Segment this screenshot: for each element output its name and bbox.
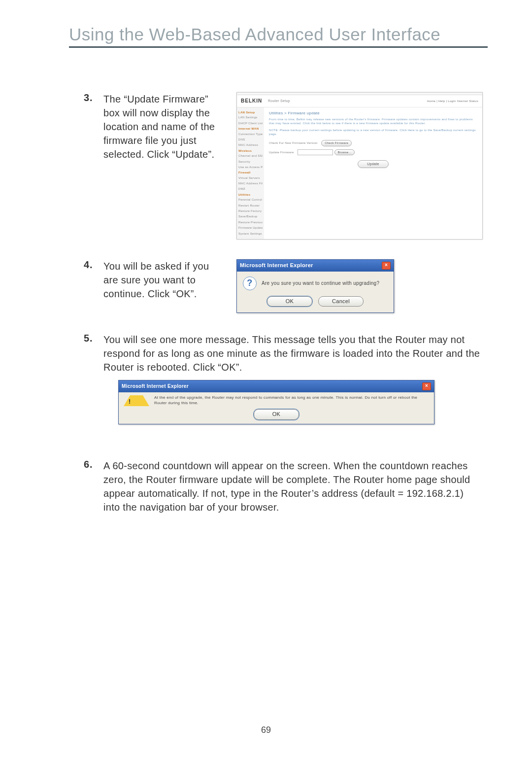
sidebar-item[interactable]: DNS	[238, 138, 263, 141]
belkin-main: Utilities > Firmware update From time to…	[264, 107, 482, 239]
belkin-logo: BELKIN	[241, 98, 268, 104]
belkin-sidebar: LAN Setup LAN Settings DHCP Client List …	[237, 107, 264, 239]
firmware-path-input[interactable]	[298, 149, 333, 155]
sidebar-item[interactable]: Restore Factory	[238, 209, 263, 213]
step-number: 6.	[84, 459, 103, 470]
belkin-section-title: Utilities > Firmware update	[269, 110, 477, 116]
step-5: 5. You will see one more message. This m…	[84, 333, 483, 439]
document-page: Using the Web-Based Advanced User Interf…	[0, 0, 532, 760]
dialog-message: Are you sure you want to continue with u…	[262, 280, 379, 287]
sidebar-heading: Internet WAN	[238, 127, 263, 131]
title-rule: Using the Web-Based Advanced User Interf…	[69, 25, 488, 48]
check-firmware-row: Check For New Firmware Version Check Fir…	[269, 140, 477, 146]
sidebar-heading: Firewall	[238, 171, 263, 174]
belkin-paragraph: From time to time, Belkin may release ne…	[269, 118, 477, 126]
sidebar-item[interactable]: LAN Settings	[238, 115, 263, 119]
sidebar-item[interactable]: System Settings	[238, 232, 263, 236]
sidebar-item[interactable]: Parental Control	[238, 198, 263, 202]
ok-button[interactable]: OK	[267, 296, 312, 307]
sidebar-item[interactable]: Channel and SSID	[238, 154, 263, 158]
sidebar-item[interactable]: Restore Previous	[238, 220, 263, 224]
page-title: Using the Web-Based Advanced User Interf…	[69, 25, 488, 44]
step-text: You will see one more message. This mess…	[103, 333, 483, 374]
dialog-message: At the end of the upgrade, the Router ma…	[154, 395, 429, 406]
sidebar-item[interactable]: MAC Address Filter	[238, 181, 263, 185]
sidebar-item[interactable]: Save/Backup	[238, 214, 263, 218]
step-3: 3. The “Update Firmware” box will now di…	[84, 92, 483, 240]
sidebar-item[interactable]: Use as Access Pt	[238, 165, 263, 169]
check-firmware-button[interactable]: Check Firmware	[321, 140, 352, 146]
belkin-product: Router Setup	[268, 99, 290, 104]
dialog-titlebar: Microsoft Internet Explorer ×	[237, 260, 394, 272]
step-number: 4.	[84, 259, 103, 271]
step-text: You will be asked if you are sure you wa…	[103, 259, 227, 301]
close-icon[interactable]: ×	[382, 262, 391, 270]
step-text: The “Update Firmware” box will now displ…	[103, 92, 227, 161]
step-number: 5.	[84, 333, 103, 344]
check-firmware-label: Check For New Firmware Version	[269, 142, 318, 145]
step-text: A 60-second countdown will appear on the…	[103, 459, 483, 514]
belkin-note: NOTE: Please backup your current setting…	[269, 129, 477, 137]
step-6: 6. A 60-second countdown will appear on …	[84, 459, 483, 514]
dialog-titlebar: Microsoft Internet Explorer ×	[119, 380, 434, 392]
steps-list: 3. The “Update Firmware” box will now di…	[69, 82, 488, 514]
ie-confirm-dialog: Microsoft Internet Explorer × ? Are you …	[236, 259, 394, 313]
step-4: 4. You will be asked if you are sure you…	[84, 259, 483, 313]
dialog-title: Microsoft Internet Explorer	[240, 262, 313, 269]
sidebar-item[interactable]: Security	[238, 160, 263, 164]
update-button-row: Update	[269, 160, 477, 168]
cancel-button[interactable]: Cancel	[318, 296, 364, 307]
ie-info-dialog: Microsoft Internet Explorer × At the end…	[118, 380, 434, 424]
belkin-header: BELKIN Router Setup Home | Help | Login …	[237, 95, 482, 107]
page-number: 69	[0, 725, 532, 735]
sidebar-item[interactable]: MAC Address	[238, 143, 263, 147]
update-button[interactable]: Update	[358, 160, 388, 168]
sidebar-heading: Utilities	[238, 193, 263, 197]
warning-icon	[124, 395, 149, 406]
sidebar-item[interactable]: Firmware Update	[238, 226, 263, 230]
ok-button[interactable]: OK	[254, 409, 299, 419]
browse-button[interactable]: Browse...	[334, 149, 355, 155]
sidebar-heading: LAN Setup	[238, 110, 263, 114]
update-firmware-row: Update Firmware Browse...	[269, 149, 477, 155]
sidebar-item[interactable]: Connection Type	[238, 132, 263, 136]
step-number: 3.	[84, 92, 103, 104]
sidebar-item[interactable]: Virtual Servers	[238, 176, 263, 180]
belkin-admin-screenshot: BELKIN Router Setup Home | Help | Login …	[236, 92, 483, 240]
belkin-topright: Home | Help | Login Internet Status	[427, 99, 478, 103]
sidebar-item[interactable]: DHCP Client List	[238, 121, 263, 125]
dialog-title: Microsoft Internet Explorer	[122, 383, 189, 390]
sidebar-item[interactable]: DMZ	[238, 187, 263, 191]
sidebar-heading: Wireless	[238, 149, 263, 153]
close-icon[interactable]: ×	[422, 382, 431, 390]
question-icon: ?	[243, 276, 257, 290]
sidebar-item[interactable]: Restart Router	[238, 204, 263, 207]
update-firmware-label: Update Firmware	[269, 151, 294, 154]
